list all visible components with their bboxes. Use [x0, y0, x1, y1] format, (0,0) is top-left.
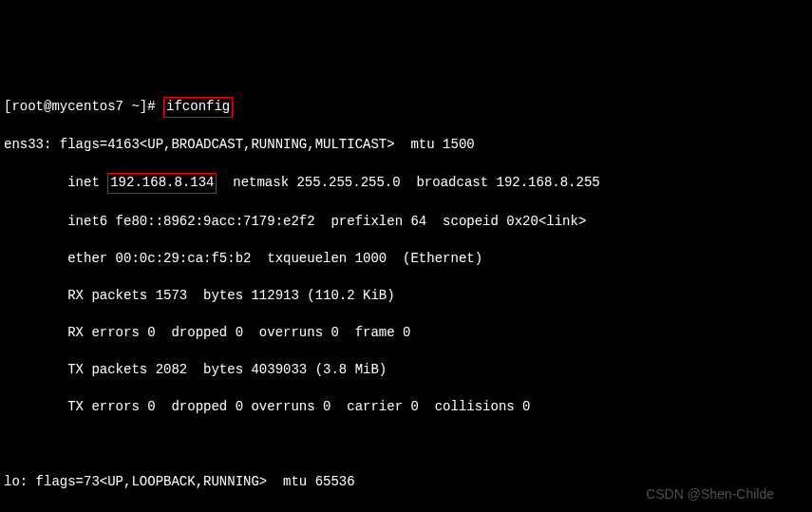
prompt-line: [root@mycentos7 ~]# ifconfig [4, 97, 808, 118]
watermark-text: CSDN @Shen-Childe [646, 485, 774, 504]
terminal-output: [root@mycentos7 ~]# ifconfig ens33: flag… [4, 78, 808, 512]
blank-line-1 [4, 436, 808, 455]
ip-address: 192.168.8.134 [110, 175, 214, 190]
ip-highlight: 192.168.8.134 [107, 173, 217, 194]
ens33-tx-packets: TX packets 2082 bytes 4039033 (3.8 MiB) [4, 361, 808, 380]
prompt-text: [root@mycentos7 ~]# [4, 99, 163, 114]
ens33-rx-packets: RX packets 1573 bytes 112913 (110.2 KiB) [4, 287, 808, 306]
command-text: ifconfig [166, 99, 230, 114]
ens33-rx-errors: RX errors 0 dropped 0 overruns 0 frame 0 [4, 324, 808, 343]
ens33-inet: inet 192.168.8.134 netmask 255.255.255.0… [4, 173, 808, 194]
ens33-tx-errors: TX errors 0 dropped 0 overruns 0 carrier… [4, 398, 808, 417]
ens33-inet6: inet6 fe80::8962:9acc:7179:e2f2 prefixle… [4, 213, 808, 232]
inet-suffix: netmask 255.255.255.0 broadcast 192.168.… [217, 175, 599, 190]
inet-prefix: inet [4, 175, 107, 190]
ens33-header: ens33: flags=4163<UP,BROADCAST,RUNNING,M… [4, 136, 808, 155]
command-highlight: ifconfig [163, 97, 233, 118]
ens33-ether: ether 00:0c:29:ca:f5:b2 txqueuelen 1000 … [4, 250, 808, 269]
